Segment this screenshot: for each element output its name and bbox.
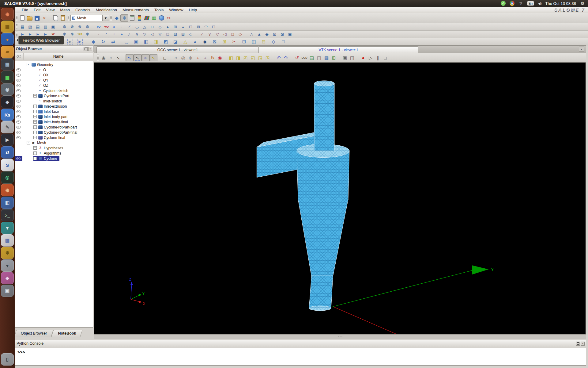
select-triangle-button[interactable]: ▽ <box>141 31 149 38</box>
cut-button[interactable]: ► <box>66 38 74 45</box>
tree-item-oy[interactable]: ∕OY <box>14 78 93 83</box>
tree-expander[interactable]: + <box>33 157 37 160</box>
add-edge-button[interactable]: ∕ <box>126 23 133 30</box>
calculator-icon[interactable] <box>128 15 136 21</box>
visibility-eye-icon[interactable] <box>14 135 22 140</box>
refine-button[interactable]: ☸ <box>68 31 76 38</box>
select-points-button[interactable]: ∴ <box>103 31 110 38</box>
tree-expander[interactable]: + <box>33 105 37 108</box>
launcher-ubuntu-icon[interactable]: ◉ <box>1 8 14 20</box>
visibility-eye-icon[interactable] <box>14 83 22 88</box>
launcher-player-icon[interactable]: ▶ <box>1 134 14 146</box>
trackball-style-button[interactable]: ○ <box>107 54 115 61</box>
undock-panel-button[interactable] <box>84 47 88 51</box>
convert-mesh-button[interactable]: ◆ <box>201 38 209 45</box>
menu-window[interactable]: Window <box>166 7 186 13</box>
select-star-button[interactable]: + <box>110 31 118 38</box>
menu-view[interactable]: View <box>43 7 57 13</box>
tab-notebook[interactable]: NoteBook <box>52 330 81 337</box>
visibility-eye-icon[interactable] <box>14 72 22 78</box>
add-node-button[interactable]: ∙ <box>118 23 126 30</box>
tree-item-cyclone-final[interactable]: +Cyclone-final <box>14 135 93 140</box>
cyclone-mesh-model[interactable] <box>257 81 349 311</box>
pause-recording-button[interactable]: ∥ <box>374 54 382 61</box>
toolbar-handle[interactable] <box>97 55 99 61</box>
launcher-globe-icon[interactable]: ◎ <box>1 171 14 184</box>
globe-icon[interactable] <box>158 15 165 21</box>
tree-item-mesh[interactable]: -▶Mesh <box>14 140 93 145</box>
visibility-eye-icon[interactable] <box>14 78 22 83</box>
renumbering-button[interactable]: 123 <box>76 31 84 38</box>
cell-selection-button[interactable]: ↖ <box>134 54 141 61</box>
add-prism-button[interactable]: ⊟ <box>187 23 194 30</box>
toolbar-handle[interactable] <box>68 15 69 21</box>
cut-quadrangles-button[interactable]: ⊠ <box>210 38 219 45</box>
left-view-button[interactable]: ◲ <box>257 54 264 61</box>
extrusion-sweep-button[interactable]: ► <box>76 38 84 45</box>
select-prism-button[interactable]: ⊟ <box>172 31 179 38</box>
duplicate-button[interactable]: ▣ <box>132 38 141 45</box>
launcher-office-icon[interactable]: ▥ <box>1 234 14 247</box>
scaling-button[interactable]: ▤ <box>308 54 315 61</box>
rotate-button[interactable]: ↻ <box>209 54 216 61</box>
elem-0d-button[interactable]: *0D <box>103 23 110 30</box>
criterion-warp-button[interactable]: ▲ <box>255 31 263 38</box>
pattern-2d-button[interactable]: ◫ <box>250 38 258 45</box>
visibility-column-header[interactable] <box>14 53 23 60</box>
criterion-aspect-button[interactable]: △ <box>248 31 255 38</box>
study-settings-button[interactable]: ☸ <box>120 14 128 22</box>
tree-item-cyclone-sketch[interactable]: ~Cyclone-sketch <box>14 88 93 93</box>
lod-button[interactable]: LOD <box>301 54 308 61</box>
tree-item-inlet-body-part[interactable]: +Inlet-body-part <box>14 114 93 119</box>
menu-modification[interactable]: Modification <box>93 7 120 13</box>
redo-view-button[interactable]: ↷ <box>282 54 290 61</box>
launcher-calculator-icon[interactable]: ▦ <box>1 58 14 71</box>
visibility-eye-icon[interactable] <box>14 130 22 135</box>
symmetry-button[interactable]: ⇄ <box>109 38 117 45</box>
graduated-axes-button[interactable]: ◫ <box>315 54 323 61</box>
tree-expander[interactable]: + <box>33 136 37 139</box>
launcher-notes-icon[interactable]: ✎ <box>1 121 14 133</box>
select-hexa-button[interactable]: ⊞ <box>179 31 187 38</box>
tree-expander[interactable]: - <box>27 63 30 66</box>
precompute-button[interactable]: ☸ <box>68 23 76 30</box>
copy-button[interactable] <box>52 15 59 21</box>
rotation-button[interactable]: ↻ <box>99 38 107 45</box>
tab-object-browser[interactable]: Object Browser <box>15 330 52 337</box>
tree-item-oz[interactable]: ∕OZ <box>14 83 93 88</box>
rotation-point-button[interactable]: ◉ <box>216 54 224 61</box>
launcher-graphics-icon[interactable]: ◆ <box>1 272 14 284</box>
scale-button[interactable]: ◪ <box>171 38 180 45</box>
sync-views-button[interactable]: ⊞ <box>330 54 337 61</box>
criterion-quad-button[interactable]: □ <box>229 31 236 38</box>
bottom-view-button[interactable]: ◱ <box>249 54 257 61</box>
open-document-button[interactable] <box>26 15 33 21</box>
module-selector-combobox[interactable]: Mesh <box>70 15 102 21</box>
menu-mesh[interactable]: Mesh <box>57 7 73 13</box>
tab-occ-viewer[interactable]: OCC scene:1 - viewer:1 <box>96 46 259 53</box>
add-polygon-button[interactable]: ◇ <box>156 23 164 30</box>
launcher-settings-icon[interactable]: ☸ <box>1 247 14 259</box>
create-submesh-button[interactable]: ▧ <box>26 23 34 30</box>
compute-button[interactable]: ☸ <box>61 23 68 30</box>
mesh-order-button[interactable]: ☸ <box>84 23 91 30</box>
preselection-button[interactable]: ↖ <box>115 54 122 61</box>
tree-expander[interactable]: + <box>33 120 37 124</box>
python-console-input[interactable]: >>> <box>13 348 586 366</box>
launcher-tool-icon[interactable]: ▣ <box>1 285 14 297</box>
launcher-files-icon[interactable]: ▰ <box>1 46 14 58</box>
tree-item-inlet-body-final[interactable]: +Inlet-body-final <box>14 119 93 125</box>
tree-expander[interactable]: + <box>33 146 37 150</box>
edit-mesh-button[interactable]: ▤ <box>34 23 42 30</box>
tree-item-ox[interactable]: ∕OX <box>14 72 93 78</box>
tree-item-inlet-extrusion[interactable]: +Inlet-extrusion <box>14 104 93 109</box>
visibility-eye-icon[interactable] <box>14 67 22 72</box>
visibility-eye-icon[interactable] <box>14 88 22 93</box>
reset-view-button[interactable]: ↺ <box>293 54 301 61</box>
projection-button[interactable]: ⊡ <box>240 38 248 45</box>
interaction-style-button[interactable]: ◉ <box>100 54 107 61</box>
menu-tools[interactable]: Tools <box>152 7 166 13</box>
criterion-triangle-button[interactable]: ◁ <box>221 31 229 38</box>
clock[interactable]: Thu Oct 13 08:38 <box>545 1 576 6</box>
close-panel-button[interactable]: × <box>88 47 92 51</box>
